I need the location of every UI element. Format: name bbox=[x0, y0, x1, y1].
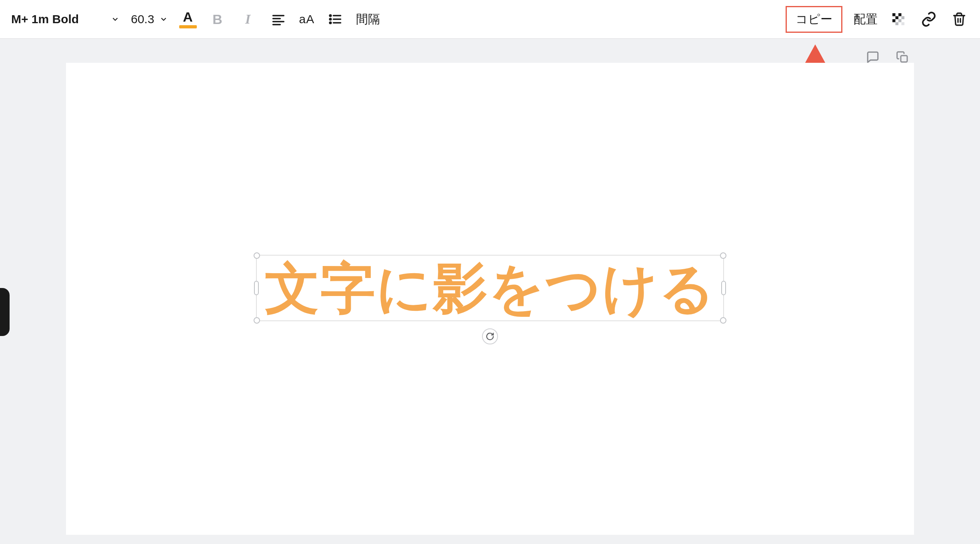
text-color-swatch bbox=[179, 25, 197, 28]
spacing-label-text: 間隔 bbox=[356, 12, 380, 26]
align-button[interactable] bbox=[269, 10, 288, 29]
bold-button[interactable]: B bbox=[208, 10, 227, 29]
spacing-button[interactable]: 間隔 bbox=[356, 11, 380, 28]
trash-icon bbox=[952, 12, 966, 26]
svg-rect-13 bbox=[902, 16, 905, 20]
toolbar: M+ 1m Bold 60.3 A B I aA bbox=[0, 0, 980, 39]
text-element[interactable]: 文字に影をつける bbox=[265, 261, 716, 316]
resize-handle-bottom-left[interactable] bbox=[254, 317, 260, 324]
svg-rect-15 bbox=[898, 19, 902, 22]
text-case-icon: aA bbox=[299, 12, 315, 26]
link-button[interactable] bbox=[919, 10, 938, 29]
svg-point-6 bbox=[330, 18, 331, 20]
resize-handle-left[interactable] bbox=[254, 281, 259, 295]
side-panel-tab[interactable] bbox=[0, 288, 10, 336]
transparency-button[interactable] bbox=[889, 10, 908, 29]
list-icon bbox=[328, 12, 342, 26]
design-canvas[interactable]: 文字に影をつける bbox=[66, 63, 914, 535]
svg-rect-14 bbox=[892, 19, 896, 22]
transparency-icon bbox=[891, 12, 906, 26]
italic-button[interactable]: I bbox=[238, 10, 258, 29]
copy-button[interactable]: コピー bbox=[786, 6, 842, 33]
comment-icon bbox=[866, 50, 880, 64]
text-color-icon: A bbox=[183, 10, 193, 24]
text-case-button[interactable]: aA bbox=[299, 12, 315, 26]
font-family-dropdown[interactable]: M+ 1m Bold bbox=[11, 12, 120, 26]
duplicate-icon bbox=[896, 51, 909, 64]
resize-handle-top-right[interactable] bbox=[720, 252, 726, 259]
link-icon bbox=[921, 11, 937, 27]
svg-rect-21 bbox=[901, 56, 907, 62]
copy-label: コピー bbox=[796, 12, 832, 26]
arrange-label: 配置 bbox=[854, 12, 878, 26]
chevron-down-icon bbox=[159, 15, 168, 24]
svg-point-4 bbox=[330, 15, 331, 16]
svg-rect-11 bbox=[898, 13, 902, 16]
resize-handle-top-left[interactable] bbox=[254, 252, 260, 259]
resize-handle-right[interactable] bbox=[721, 281, 726, 295]
font-size-dropdown[interactable]: 60.3 bbox=[131, 12, 168, 26]
font-family-value: M+ 1m Bold bbox=[11, 12, 79, 26]
resize-handle-bottom-right[interactable] bbox=[720, 317, 726, 324]
font-size-value: 60.3 bbox=[131, 12, 154, 26]
text-color-button[interactable]: A bbox=[179, 10, 197, 28]
svg-rect-12 bbox=[896, 16, 899, 20]
svg-rect-17 bbox=[902, 22, 905, 26]
italic-icon: I bbox=[245, 12, 250, 27]
text-selection-box[interactable]: 文字に影をつける bbox=[256, 255, 724, 321]
chevron-down-icon bbox=[111, 15, 120, 24]
bold-icon: B bbox=[212, 12, 222, 27]
list-button[interactable] bbox=[326, 10, 345, 29]
svg-rect-10 bbox=[892, 13, 896, 16]
rotate-handle[interactable] bbox=[482, 328, 498, 344]
align-left-icon bbox=[271, 12, 286, 26]
delete-button[interactable] bbox=[950, 10, 969, 29]
svg-point-8 bbox=[330, 22, 331, 24]
rotate-icon bbox=[486, 332, 494, 341]
svg-rect-16 bbox=[896, 22, 899, 26]
arrange-button[interactable]: 配置 bbox=[854, 11, 878, 28]
